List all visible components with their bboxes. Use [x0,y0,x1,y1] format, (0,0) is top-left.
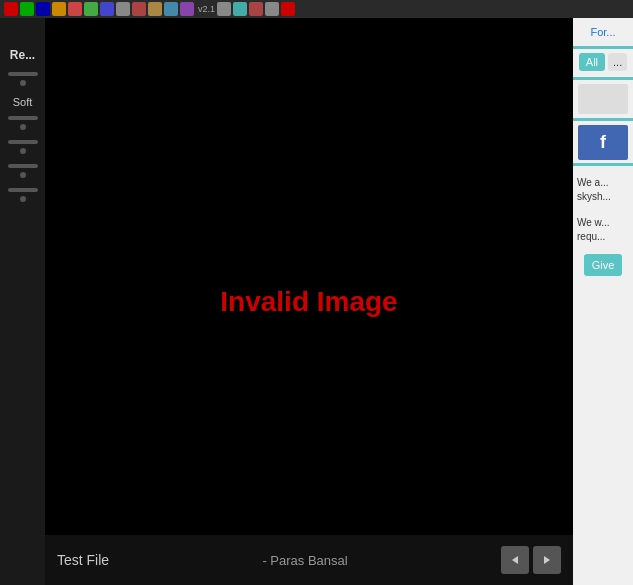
test-file-label: Test File [57,552,109,568]
page-title: Re... [10,48,35,62]
toolbar-icon-8[interactable] [180,2,194,16]
right-item-1 [578,84,628,114]
give-button[interactable]: Give [584,254,623,276]
media-controls [501,546,561,574]
toolbar-icon-9[interactable] [217,2,231,16]
media-btn-next[interactable] [533,546,561,574]
sidebar-dot-4 [20,172,26,178]
toolbar-icon-3[interactable] [100,2,114,16]
main-bottom-bar: Test File - Paras Bansal [45,535,573,585]
facebook-letter: f [600,132,606,153]
toolbar-icon-4[interactable] [116,2,130,16]
right-top-link[interactable]: For... [573,18,633,46]
sidebar-bar-3 [8,140,38,144]
right-text-block-2: We w... requ... [573,210,633,250]
toolbar-icon-green[interactable] [20,2,34,16]
left-sidebar: Re... Soft [0,18,45,585]
svg-marker-0 [512,556,518,564]
invalid-image-text: Invalid Image [220,286,397,318]
right-divider-2 [573,77,633,80]
toolbar-icon-11[interactable] [249,2,263,16]
sidebar-dot-5 [20,196,26,202]
media-btn-prev[interactable] [501,546,529,574]
sidebar-bar-1 [8,72,38,76]
right-text-skysh: skysh... [577,191,611,202]
toolbar-icon-blue[interactable] [36,2,50,16]
top-toolbar: v2.1 [0,0,633,18]
all-button[interactable]: All [579,53,605,71]
right-divider-4 [573,163,633,166]
toolbar-icon-red[interactable] [4,2,18,16]
filter-buttons: All ... [579,53,627,71]
sidebar-dot-3 [20,148,26,154]
toolbar-icon-5[interactable] [132,2,146,16]
sidebar-bar-5 [8,188,38,192]
content-row: Re... Soft Invalid Image Test File - Par… [0,18,633,585]
right-text-block-1: We a... skysh... [573,170,633,210]
right-sidebar: For... All ... f We a... skysh... [573,18,633,585]
toolbar-icon-7[interactable] [164,2,178,16]
right-divider-1 [573,46,633,49]
toolbar-version: v2.1 [198,4,215,14]
right-text-requ: requ... [577,231,605,242]
toolbar-icon-6[interactable] [148,2,162,16]
toolbar-icon-13[interactable] [281,2,295,16]
sidebar-soft-label: Soft [13,96,33,108]
app-container: v2.1 Re... Soft Invalid Image [0,0,633,585]
toolbar-icon-12[interactable] [265,2,279,16]
author-label: - Paras Bansal [262,553,347,568]
more-button[interactable]: ... [608,53,627,71]
svg-marker-1 [544,556,550,564]
sidebar-bar-2 [8,116,38,120]
toolbar-icon-1[interactable] [68,2,82,16]
sidebar-bar-4 [8,164,38,168]
main-area: Invalid Image Test File - Paras Bansal [45,18,573,585]
toolbar-icon-2[interactable] [84,2,98,16]
right-text-2: We w... [577,217,610,228]
toolbar-icon-10[interactable] [233,2,247,16]
sidebar-dot-2 [20,124,26,130]
sidebar-dot-1 [20,80,26,86]
facebook-icon[interactable]: f [578,125,628,160]
right-divider-3 [573,118,633,121]
toolbar-icon-orange[interactable] [52,2,66,16]
right-text-1: We a... [577,177,609,188]
